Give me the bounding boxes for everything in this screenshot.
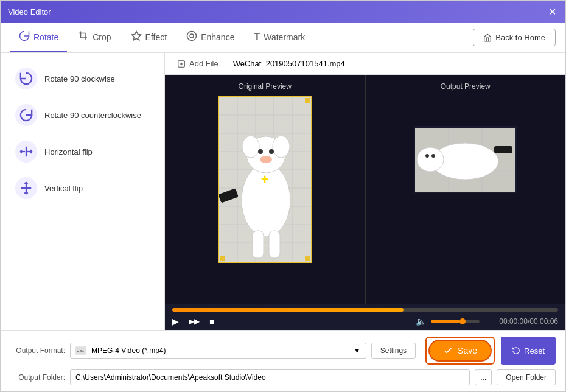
tab-crop-label: Crop — [93, 32, 111, 42]
file-name: WeChat_20190507101541.mp4 — [233, 59, 345, 68]
settings-label: Settings — [380, 346, 407, 355]
preview-panels: Original Preview — [165, 75, 565, 304]
effect-tab-icon — [131, 30, 142, 44]
video-editor-window: Video Editor ✕ Rotate Crop — [0, 0, 566, 392]
svg-rect-45 — [494, 146, 512, 153]
time-display: 00:00:00/00:00:06 — [499, 317, 558, 326]
svg-point-43 — [425, 154, 429, 158]
format-row: Output Format: MP4 MPEG-4 Video (*.mp4) … — [10, 337, 556, 365]
more-label: ... — [480, 373, 486, 382]
content-area: Rotate 90 clockwise Rotate 90 counterclo… — [1, 53, 565, 330]
reset-label: Reset — [524, 346, 545, 355]
tab-watermark-label: Watermark — [264, 32, 305, 42]
folder-path-input[interactable] — [70, 369, 470, 385]
svg-point-27 — [242, 136, 259, 158]
save-label: Save — [458, 346, 477, 355]
back-to-home-label: Back to Home — [495, 33, 545, 42]
hflip-label: Horizontal flip — [44, 147, 93, 156]
title-bar: Video Editor ✕ — [1, 1, 565, 23]
volume-fill — [431, 320, 460, 323]
tab-effect-label: Effect — [145, 32, 167, 42]
volume-slider[interactable] — [431, 320, 480, 323]
rotate-ccw-option[interactable]: Rotate 90 counterclockwise — [8, 99, 157, 131]
svg-text:MP4: MP4 — [77, 349, 85, 353]
svg-point-44 — [431, 154, 435, 158]
main-top-bar: Add File WeChat_20190507101541.mp4 — [165, 53, 565, 75]
crop-tab-icon — [78, 30, 89, 44]
folder-row: Output Folder: ... Open Folder — [10, 369, 556, 385]
tab-enhance[interactable]: Enhance — [178, 23, 243, 52]
open-folder-button[interactable]: Open Folder — [497, 369, 556, 385]
open-folder-label: Open Folder — [506, 373, 547, 382]
vflip-option[interactable]: Vertical flip — [8, 172, 157, 204]
rotate-ccw-icon — [15, 104, 37, 126]
save-button[interactable]: Save — [430, 341, 491, 360]
svg-point-29 — [258, 149, 263, 154]
fast-forward-button[interactable]: ▶▶ — [189, 317, 200, 326]
left-panel: Rotate 90 clockwise Rotate 90 counterclo… — [1, 53, 165, 330]
tab-enhance-label: Enhance — [201, 32, 234, 42]
vflip-label: Vertical flip — [44, 184, 83, 193]
tab-bar: Rotate Crop Effect — [1, 23, 565, 53]
enhance-tab-icon — [186, 30, 197, 44]
tab-watermark[interactable]: T Watermark — [245, 23, 313, 52]
playback-controls: ▶ ▶▶ ■ 🔈 00:00:00/00:00:06 — [172, 317, 558, 326]
save-icon — [443, 346, 453, 355]
svg-point-1 — [187, 31, 197, 40]
folder-label: Output Folder: — [10, 373, 65, 382]
original-preview-image: + — [218, 96, 312, 263]
volume-icon: 🔈 — [416, 317, 426, 326]
corner-br — [305, 256, 310, 261]
svg-rect-34 — [269, 231, 280, 258]
output-dog-svg — [415, 128, 515, 192]
svg-point-2 — [190, 34, 194, 38]
rotate-cw-icon — [15, 68, 37, 89]
vflip-icon — [15, 177, 37, 199]
reset-button[interactable]: Reset — [501, 337, 556, 365]
svg-rect-33 — [253, 231, 264, 258]
stop-button[interactable]: ■ — [209, 317, 214, 326]
window-title: Video Editor — [8, 7, 546, 16]
original-preview-label: Original Preview — [239, 82, 292, 91]
format-select[interactable]: MP4 MPEG-4 Video (*.mp4) ▼ — [70, 343, 366, 359]
format-label: Output Format: — [10, 346, 65, 355]
corner-tr — [305, 98, 310, 103]
rotate-tab-icon — [19, 30, 30, 44]
corner-bl — [220, 256, 225, 261]
tab-rotate-label: Rotate — [33, 32, 58, 42]
rotate-ccw-label: Rotate 90 counterclockwise — [44, 111, 141, 120]
tab-crop[interactable]: Crop — [69, 23, 119, 52]
format-value: MPEG-4 Video (*.mp4) — [91, 346, 349, 355]
crosshair: + — [261, 172, 269, 187]
back-to-home-button[interactable]: Back to Home — [473, 29, 556, 46]
svg-marker-0 — [131, 31, 141, 40]
tab-effect[interactable]: Effect — [122, 23, 176, 52]
svg-point-31 — [260, 156, 272, 163]
home-icon — [483, 33, 492, 42]
settings-button[interactable]: Settings — [371, 343, 416, 359]
volume-thumb — [459, 318, 466, 324]
output-preview-panel: Output Preview — [366, 75, 566, 304]
rotate-cw-label: Rotate 90 clockwise — [44, 74, 115, 83]
add-file-button[interactable]: Add File — [172, 57, 223, 71]
save-button-wrapper: Save — [425, 337, 495, 365]
output-preview-image — [414, 126, 517, 193]
reset-icon — [512, 346, 520, 355]
mp4-icon: MP4 — [75, 346, 86, 355]
hflip-option[interactable]: Horizontal flip — [8, 136, 157, 167]
play-button[interactable]: ▶ — [172, 317, 179, 326]
progress-bar[interactable] — [172, 308, 558, 312]
hflip-icon — [15, 141, 37, 163]
action-buttons: Save Reset — [425, 337, 556, 365]
rotate-cw-option[interactable]: Rotate 90 clockwise — [8, 63, 157, 94]
close-button[interactable]: ✕ — [546, 5, 558, 18]
tab-rotate[interactable]: Rotate — [10, 23, 67, 52]
format-dropdown-icon: ▼ — [354, 346, 361, 355]
volume-container: 🔈 — [416, 317, 480, 326]
progress-fill — [172, 308, 404, 312]
bottom-bar: Output Format: MP4 MPEG-4 Video (*.mp4) … — [1, 330, 565, 391]
more-button[interactable]: ... — [475, 369, 492, 385]
original-preview-panel: Original Preview — [165, 75, 365, 304]
main-preview-area: Add File WeChat_20190507101541.mp4 Origi… — [165, 53, 565, 330]
controls-bar: ▶ ▶▶ ■ 🔈 00:00:00/00:00:06 — [165, 304, 565, 330]
